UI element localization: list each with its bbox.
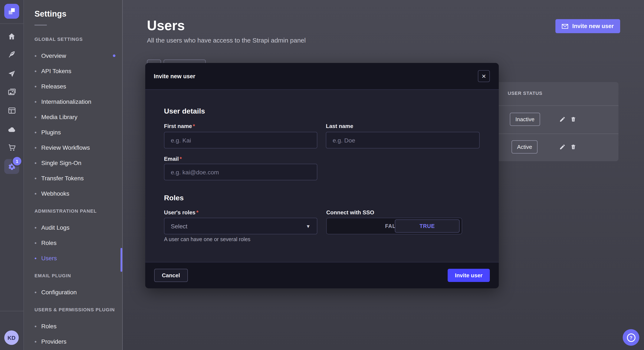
sidebar-item-review-workflows[interactable]: • Review Workflows (24, 140, 122, 155)
bullet-icon: • (34, 339, 37, 345)
required-asterisk: * (180, 156, 182, 162)
rail-divider (0, 311, 24, 311)
cloud-icon (7, 125, 16, 134)
edit-button[interactable] (557, 114, 567, 124)
app-window: 1 KD Settings GLOBAL SETTINGS • Overview… (0, 0, 644, 350)
first-name-label: First name* (164, 123, 195, 129)
close-icon: ✕ (482, 73, 486, 79)
sidebar-scrollbar-thumb[interactable] (120, 248, 122, 272)
section-label-administration-panel: ADMINISTRATION PANEL (34, 208, 122, 214)
shopping-cart-icon (8, 143, 16, 152)
bullet-icon: • (34, 83, 37, 89)
first-name-input[interactable] (164, 132, 317, 149)
invite-user-modal: Invite new user ✕ User details First nam… (145, 63, 499, 288)
sidebar-item-releases[interactable]: • Releases (24, 79, 122, 94)
email-label: Email* (164, 156, 182, 162)
modal-title: Invite new user (154, 63, 195, 89)
sidebar-item-overview[interactable]: • Overview (24, 48, 122, 63)
title-underline (34, 25, 47, 25)
delete-button[interactable] (568, 114, 578, 124)
edit-button[interactable] (557, 142, 567, 152)
paper-plane-icon (8, 70, 16, 78)
delete-button[interactable] (568, 142, 578, 152)
bullet-icon: • (34, 114, 37, 120)
settings-title: Settings (34, 9, 122, 19)
pencil-icon (559, 116, 566, 122)
modal-footer: Cancel Invite user (145, 262, 499, 288)
pencil-icon (559, 144, 566, 150)
question-icon: ? (627, 333, 635, 342)
status-badge: Inactive (510, 113, 540, 126)
bullet-icon: • (34, 255, 37, 261)
strapi-logo-icon (8, 7, 16, 15)
roles-hint: A user can have one or several roles (164, 236, 250, 242)
sidebar-item-users[interactable]: • Users (24, 250, 122, 266)
home-icon (8, 32, 16, 40)
roles-heading: Roles (164, 194, 184, 202)
sidebar-item-admin-roles[interactable]: • Roles (24, 235, 122, 250)
bullet-icon: • (34, 190, 37, 196)
sidebar-item-up-roles[interactable]: • Roles (24, 319, 122, 334)
app-rail: 1 KD (0, 0, 24, 350)
rail-divider (0, 23, 24, 24)
close-button[interactable]: ✕ (478, 70, 490, 82)
email-input[interactable] (164, 164, 317, 180)
user-avatar[interactable]: KD (4, 331, 19, 345)
sso-option-true[interactable]: TRUE (395, 219, 460, 233)
sidebar-item-single-sign-on[interactable]: • Single Sign-On (24, 155, 122, 171)
user-details-heading: User details (164, 107, 205, 116)
rail-item-marketplace[interactable] (0, 140, 24, 155)
sso-label: Connect with SSO (326, 209, 374, 216)
bullet-icon: • (34, 175, 37, 181)
section-label-email-plugin: EMAIL PLUGIN (34, 273, 122, 279)
feather-pen-icon (8, 50, 16, 58)
sidebar-item-webhooks[interactable]: • Webhooks (24, 186, 122, 201)
images-icon (8, 88, 16, 96)
rail-item-home[interactable] (0, 28, 24, 44)
sidebar-item-configuration[interactable]: • Configuration (24, 285, 122, 300)
rail-item-content-type-builder[interactable] (0, 103, 24, 118)
invite-new-user-label: Invite new user (572, 23, 614, 29)
column-header-user-status: USER STATUS (508, 91, 542, 96)
bullet-icon: • (34, 145, 37, 151)
envelope-icon (562, 24, 568, 29)
rail-item-deploy[interactable] (0, 66, 24, 81)
required-asterisk: * (196, 209, 198, 216)
bullet-icon: • (34, 68, 37, 74)
sidebar-item-audit-logs[interactable]: • Audit Logs (24, 220, 122, 235)
layout-icon (8, 106, 16, 115)
status-badge: Active (512, 140, 538, 154)
section-label-global-settings: GLOBAL SETTINGS (34, 37, 122, 42)
strapi-logo[interactable] (4, 4, 19, 19)
cancel-button[interactable]: Cancel (154, 269, 188, 282)
page-subtitle: All the users who have access to the Str… (147, 37, 306, 44)
bullet-icon: • (34, 240, 37, 246)
bullet-icon: • (34, 129, 37, 135)
notification-dot (113, 54, 116, 57)
trash-icon (570, 144, 576, 150)
required-asterisk: * (193, 123, 195, 129)
rail-item-media-library[interactable] (0, 84, 24, 100)
bullet-icon: • (34, 160, 37, 166)
sidebar-item-api-tokens[interactable]: • API Tokens (24, 63, 122, 79)
sidebar-item-internationalization[interactable]: • Internationalization (24, 94, 122, 109)
sso-toggle: FALSE TRUE (326, 218, 462, 234)
sidebar-item-providers[interactable]: • Providers (24, 334, 122, 349)
settings-sidebar: Settings GLOBAL SETTINGS • Overview • AP… (24, 0, 123, 350)
help-button[interactable]: ? (623, 329, 639, 346)
sidebar-item-media-library[interactable]: • Media Library (24, 109, 122, 125)
bullet-icon: • (34, 99, 37, 105)
invite-new-user-button[interactable]: Invite new user (556, 19, 620, 33)
notifications-badge: 1 (12, 156, 22, 167)
sidebar-item-plugins[interactable]: • Plugins (24, 125, 122, 140)
invite-user-button[interactable]: Invite user (448, 269, 490, 282)
last-name-input[interactable] (326, 132, 480, 149)
bullet-icon: • (34, 53, 37, 59)
section-label-users-permissions-plugin: USERS & PERMISSIONS PLUGIN (34, 307, 122, 313)
sidebar-item-transfer-tokens[interactable]: • Transfer Tokens (24, 171, 122, 186)
rail-item-cloud[interactable] (0, 122, 24, 137)
page-title: Users (147, 18, 185, 34)
roles-select[interactable]: Select ▼ (164, 218, 317, 234)
rail-item-content[interactable] (0, 46, 24, 62)
modal-header: Invite new user ✕ (145, 63, 499, 90)
